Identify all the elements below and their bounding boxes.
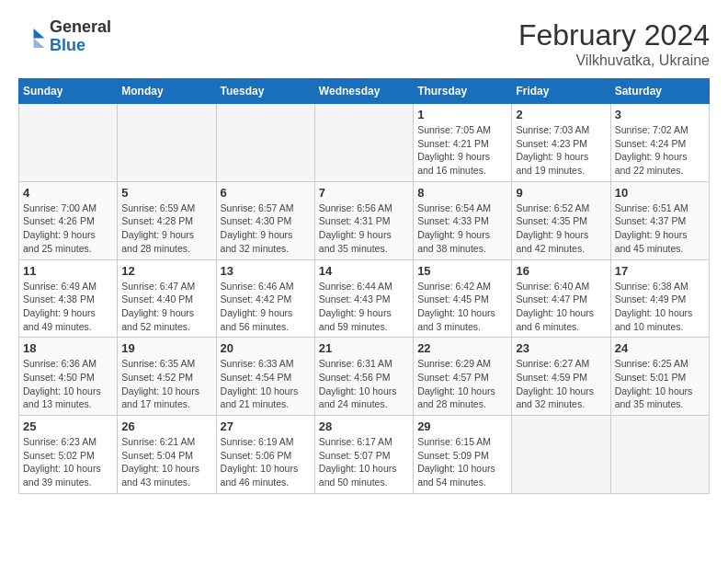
calendar-cell <box>314 104 413 182</box>
calendar-cell <box>610 416 709 494</box>
cell-content: Sunrise: 6:52 AMSunset: 4:35 PMDaylight:… <box>516 201 606 256</box>
calendar-cell: 4Sunrise: 7:00 AMSunset: 4:26 PMDaylight… <box>19 181 118 259</box>
logo-text: General Blue <box>50 18 111 55</box>
day-number: 15 <box>417 264 507 278</box>
calendar-cell: 28Sunrise: 6:17 AMSunset: 5:07 PMDayligh… <box>314 416 413 494</box>
day-number: 28 <box>319 419 409 433</box>
day-number: 1 <box>417 108 507 121</box>
calendar-cell: 25Sunrise: 6:23 AMSunset: 5:02 PMDayligh… <box>19 416 118 494</box>
logo-line1: General <box>50 18 111 37</box>
day-number: 2 <box>516 108 606 121</box>
day-number: 14 <box>319 264 409 278</box>
calendar-cell: 3Sunrise: 7:02 AMSunset: 4:24 PMDaylight… <box>610 104 709 182</box>
svg-marker-1 <box>34 38 45 48</box>
weekday-header: Sunday <box>19 79 118 104</box>
cell-content: Sunrise: 6:49 AMSunset: 4:38 PMDaylight:… <box>23 280 113 334</box>
cell-content: Sunrise: 6:42 AMSunset: 4:45 PMDaylight:… <box>417 280 507 334</box>
cell-content: Sunrise: 6:21 AMSunset: 5:04 PMDaylight:… <box>121 435 211 489</box>
weekday-header: Monday <box>118 79 216 104</box>
calendar-cell: 18Sunrise: 6:36 AMSunset: 4:50 PMDayligh… <box>19 338 118 416</box>
cell-content: Sunrise: 6:33 AMSunset: 4:54 PMDaylight:… <box>221 357 311 411</box>
week-row: 1Sunrise: 7:05 AMSunset: 4:21 PMDaylight… <box>19 104 710 182</box>
cell-content: Sunrise: 7:02 AMSunset: 4:24 PMDaylight:… <box>615 123 705 178</box>
calendar-cell: 26Sunrise: 6:21 AMSunset: 5:04 PMDayligh… <box>118 416 216 494</box>
cell-content: Sunrise: 6:23 AMSunset: 5:02 PMDaylight:… <box>23 435 113 489</box>
weekday-header: Friday <box>512 79 610 104</box>
calendar-cell: 22Sunrise: 6:29 AMSunset: 4:57 PMDayligh… <box>414 338 512 416</box>
logo-line2: Blue <box>50 37 111 55</box>
day-number: 3 <box>615 108 705 121</box>
calendar-cell: 6Sunrise: 6:57 AMSunset: 4:30 PMDaylight… <box>216 181 314 259</box>
title-block: February 2024 Vilkhuvatka, Ukraine <box>518 18 710 69</box>
day-number: 23 <box>516 341 606 355</box>
weekday-header: Wednesday <box>314 79 413 104</box>
calendar-cell <box>512 416 610 494</box>
cell-content: Sunrise: 6:19 AMSunset: 5:06 PMDaylight:… <box>221 435 311 489</box>
day-number: 9 <box>516 186 606 200</box>
day-number: 12 <box>121 264 211 278</box>
day-number: 17 <box>615 264 705 278</box>
logo-icon <box>18 23 46 51</box>
cell-content: Sunrise: 6:25 AMSunset: 5:01 PMDaylight:… <box>615 357 705 411</box>
day-number: 4 <box>23 186 113 200</box>
day-number: 21 <box>319 341 409 355</box>
calendar-cell: 9Sunrise: 6:52 AMSunset: 4:35 PMDaylight… <box>512 181 610 259</box>
weekday-header: Saturday <box>610 79 709 104</box>
page-header: General Blue February 2024 Vilkhuvatka, … <box>18 18 710 69</box>
calendar-cell: 23Sunrise: 6:27 AMSunset: 4:59 PMDayligh… <box>512 338 610 416</box>
calendar-title: February 2024 <box>518 18 710 52</box>
day-number: 10 <box>615 186 705 200</box>
day-number: 26 <box>121 419 211 433</box>
cell-content: Sunrise: 6:46 AMSunset: 4:42 PMDaylight:… <box>221 280 311 334</box>
calendar-cell: 20Sunrise: 6:33 AMSunset: 4:54 PMDayligh… <box>216 338 314 416</box>
calendar-subtitle: Vilkhuvatka, Ukraine <box>518 52 710 69</box>
calendar-table: SundayMondayTuesdayWednesdayThursdayFrid… <box>18 78 710 494</box>
calendar-cell: 21Sunrise: 6:31 AMSunset: 4:56 PMDayligh… <box>314 338 413 416</box>
cell-content: Sunrise: 6:36 AMSunset: 4:50 PMDaylight:… <box>23 357 113 411</box>
logo: General Blue <box>18 18 111 55</box>
calendar-cell: 7Sunrise: 6:56 AMSunset: 4:31 PMDaylight… <box>314 181 413 259</box>
cell-content: Sunrise: 6:47 AMSunset: 4:40 PMDaylight:… <box>121 280 211 334</box>
calendar-cell: 24Sunrise: 6:25 AMSunset: 5:01 PMDayligh… <box>610 338 709 416</box>
cell-content: Sunrise: 6:15 AMSunset: 5:09 PMDaylight:… <box>417 435 507 489</box>
calendar-cell: 1Sunrise: 7:05 AMSunset: 4:21 PMDaylight… <box>414 104 512 182</box>
day-number: 18 <box>23 341 113 355</box>
cell-content: Sunrise: 6:31 AMSunset: 4:56 PMDaylight:… <box>319 357 409 411</box>
calendar-cell: 11Sunrise: 6:49 AMSunset: 4:38 PMDayligh… <box>19 259 118 338</box>
day-number: 5 <box>121 186 211 200</box>
week-row: 11Sunrise: 6:49 AMSunset: 4:38 PMDayligh… <box>19 259 710 338</box>
calendar-cell: 19Sunrise: 6:35 AMSunset: 4:52 PMDayligh… <box>118 338 216 416</box>
day-number: 20 <box>221 341 311 355</box>
week-row: 25Sunrise: 6:23 AMSunset: 5:02 PMDayligh… <box>19 416 710 494</box>
calendar-cell: 14Sunrise: 6:44 AMSunset: 4:43 PMDayligh… <box>314 259 413 338</box>
day-number: 29 <box>417 419 507 433</box>
day-number: 27 <box>221 419 311 433</box>
calendar-cell: 13Sunrise: 6:46 AMSunset: 4:42 PMDayligh… <box>216 259 314 338</box>
cell-content: Sunrise: 6:35 AMSunset: 4:52 PMDaylight:… <box>121 357 211 411</box>
calendar-cell <box>216 104 314 182</box>
cell-content: Sunrise: 6:38 AMSunset: 4:49 PMDaylight:… <box>615 280 705 334</box>
cell-content: Sunrise: 6:51 AMSunset: 4:37 PMDaylight:… <box>615 201 705 256</box>
cell-content: Sunrise: 6:59 AMSunset: 4:28 PMDaylight:… <box>121 201 211 256</box>
cell-content: Sunrise: 7:05 AMSunset: 4:21 PMDaylight:… <box>417 123 507 178</box>
calendar-cell: 16Sunrise: 6:40 AMSunset: 4:47 PMDayligh… <box>512 259 610 338</box>
calendar-cell <box>118 104 216 182</box>
week-row: 4Sunrise: 7:00 AMSunset: 4:26 PMDaylight… <box>19 181 710 259</box>
svg-marker-0 <box>34 29 45 39</box>
cell-content: Sunrise: 6:44 AMSunset: 4:43 PMDaylight:… <box>319 280 409 334</box>
header-row: SundayMondayTuesdayWednesdayThursdayFrid… <box>19 79 710 104</box>
calendar-cell <box>19 104 118 182</box>
week-row: 18Sunrise: 6:36 AMSunset: 4:50 PMDayligh… <box>19 338 710 416</box>
cell-content: Sunrise: 6:56 AMSunset: 4:31 PMDaylight:… <box>319 201 409 256</box>
day-number: 8 <box>417 186 507 200</box>
day-number: 25 <box>23 419 113 433</box>
day-number: 7 <box>319 186 409 200</box>
cell-content: Sunrise: 6:40 AMSunset: 4:47 PMDaylight:… <box>516 280 606 334</box>
weekday-header: Tuesday <box>216 79 314 104</box>
calendar-cell: 17Sunrise: 6:38 AMSunset: 4:49 PMDayligh… <box>610 259 709 338</box>
day-number: 11 <box>23 264 113 278</box>
calendar-cell: 29Sunrise: 6:15 AMSunset: 5:09 PMDayligh… <box>414 416 512 494</box>
cell-content: Sunrise: 7:00 AMSunset: 4:26 PMDaylight:… <box>23 201 113 256</box>
cell-content: Sunrise: 6:17 AMSunset: 5:07 PMDaylight:… <box>319 435 409 489</box>
calendar-cell: 8Sunrise: 6:54 AMSunset: 4:33 PMDaylight… <box>414 181 512 259</box>
